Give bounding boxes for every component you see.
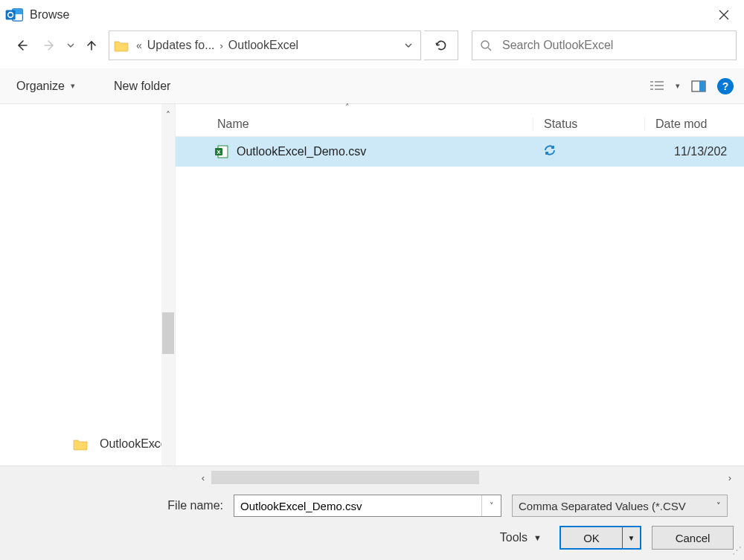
tools-button[interactable]: Tools ▼: [493, 527, 549, 549]
forward-button[interactable]: [37, 33, 62, 58]
outlook-app-icon: [4, 5, 24, 25]
navbar: « Updates fo... › OutlookExcel: [0, 30, 744, 68]
up-button[interactable]: [79, 33, 104, 58]
tools-label: Tools: [500, 531, 527, 544]
breadcrumb-segment[interactable]: Updates fo...: [147, 39, 215, 52]
breadcrumb-overflow-icon[interactable]: «: [136, 39, 142, 51]
folder-icon: [114, 39, 129, 52]
file-list-pane: ˄ Name Status Date mod X OutlookExcel_De…: [176, 104, 744, 466]
column-headers[interactable]: Name Status Date mod: [176, 112, 744, 137]
ok-label: OK: [583, 532, 600, 544]
navigation-pane[interactable]: ˄ OutlookExcel ˅: [0, 104, 176, 466]
recent-locations-dropdown[interactable]: [65, 42, 76, 49]
excel-file-icon: X: [214, 144, 229, 159]
horizontal-scrollbar[interactable]: [211, 471, 479, 484]
toolbar: Organize ▾ New folder ▾ ?: [0, 68, 744, 104]
new-folder-button[interactable]: New folder: [108, 75, 176, 97]
scroll-right-icon[interactable]: ›: [722, 472, 738, 483]
breadcrumb[interactable]: « Updates fo... › OutlookExcel: [135, 39, 397, 52]
back-button[interactable]: [9, 33, 34, 58]
column-date-header[interactable]: Date mod: [644, 118, 744, 131]
folder-icon: [73, 437, 88, 451]
breadcrumb-segment-current[interactable]: OutlookExcel: [228, 39, 298, 52]
file-name-label: File name:: [0, 499, 223, 512]
dialog-footer: ‹ › File name: ˅ Comma Separated Values …: [0, 466, 744, 560]
new-folder-label: New folder: [114, 80, 170, 93]
search-input[interactable]: [501, 38, 728, 53]
file-row[interactable]: X OutlookExcel_Demo.csv 11/13/202: [176, 137, 744, 167]
chevron-down-icon[interactable]: ˅: [153, 443, 157, 454]
sidebar-item-outlookexcel[interactable]: OutlookExcel: [0, 431, 175, 457]
ok-split-dropdown[interactable]: ▼: [622, 527, 640, 548]
file-date: 11/13/202: [644, 145, 744, 158]
preview-pane-button[interactable]: [690, 78, 707, 94]
file-name-input[interactable]: [234, 500, 481, 512]
svg-rect-12: [699, 81, 705, 91]
chevron-down-icon: ˅: [716, 501, 721, 511]
address-history-dropdown[interactable]: [397, 31, 420, 59]
search-icon: [480, 39, 492, 51]
sidebar-scrollbar[interactable]: [161, 104, 175, 466]
svg-point-4: [481, 41, 489, 48]
sidebar-item-label: OutlookExcel: [100, 437, 170, 451]
body: ˄ OutlookExcel ˅ ˄ Name Status Date mod …: [0, 104, 744, 466]
organize-button[interactable]: Organize ▾: [10, 75, 81, 97]
refresh-button[interactable]: [424, 30, 458, 60]
sync-status-icon: [543, 144, 557, 160]
resize-grip-icon[interactable]: ⋰: [732, 548, 741, 557]
chevron-down-icon: ▼: [533, 533, 542, 542]
file-name-history-dropdown[interactable]: ˅: [481, 495, 501, 516]
close-button[interactable]: [707, 3, 741, 27]
scroll-left-icon[interactable]: ‹: [195, 472, 211, 483]
chevron-right-icon: ›: [220, 40, 223, 51]
search-box[interactable]: [472, 30, 737, 60]
ok-button[interactable]: OK ▼: [559, 526, 641, 550]
file-type-label: Comma Separated Values (*.CSV: [519, 500, 686, 512]
column-status-header[interactable]: Status: [533, 118, 644, 131]
svg-rect-2: [6, 10, 16, 20]
window-title: Browse: [30, 8, 69, 22]
file-type-select[interactable]: Comma Separated Values (*.CSV ˅: [512, 495, 728, 517]
sidebar-scroll-thumb[interactable]: [162, 312, 174, 354]
organize-label: Organize: [16, 80, 65, 93]
help-button[interactable]: ?: [717, 78, 734, 94]
cancel-label: Cancel: [676, 532, 711, 544]
cancel-button[interactable]: Cancel: [652, 526, 734, 550]
address-bar[interactable]: « Updates fo... › OutlookExcel: [109, 30, 421, 60]
file-name-field[interactable]: ˅: [234, 495, 501, 517]
file-name: OutlookExcel_Demo.csv: [237, 145, 366, 158]
view-options-button[interactable]: [649, 78, 665, 94]
chevron-down-icon: ▾: [71, 81, 75, 91]
scroll-up-icon[interactable]: ˄: [166, 110, 170, 120]
file-dialog: Browse « Updates fo... › Outlook: [0, 0, 744, 560]
svg-text:X: X: [217, 149, 221, 155]
titlebar: Browse: [0, 0, 744, 30]
column-name-header[interactable]: Name: [176, 118, 533, 131]
chevron-down-icon[interactable]: ▾: [676, 81, 680, 91]
